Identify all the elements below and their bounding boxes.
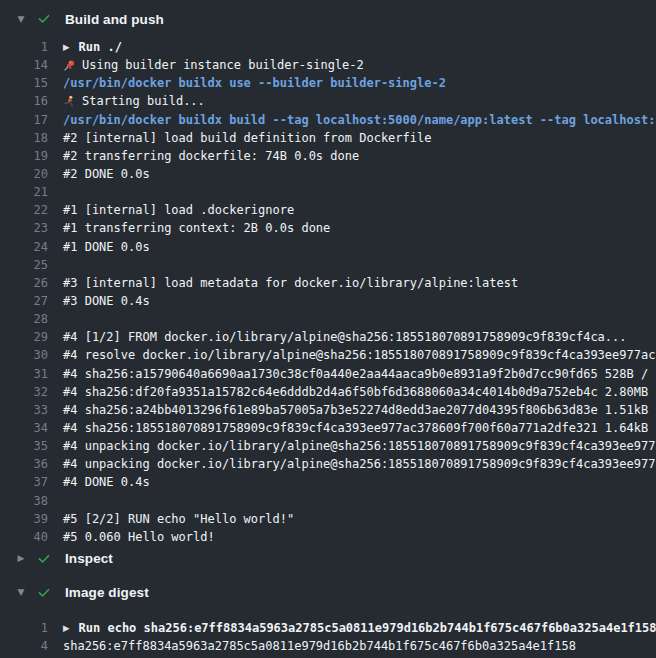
line-number[interactable]: 31 <box>0 367 48 381</box>
log-line: 36#4 unpacking docker.io/library/alpine@… <box>0 455 656 473</box>
log-line: 40#5 0.060 Hello world! <box>0 528 656 546</box>
log-line-text: #2 [internal] load build definition from… <box>63 131 431 145</box>
line-number[interactable]: 22 <box>0 203 48 217</box>
line-number[interactable]: 33 <box>0 403 48 417</box>
log-line: 16Starting build... <box>0 92 656 110</box>
section-header-build-and-push[interactable]: ▼Build and push <box>0 0 656 38</box>
line-number[interactable]: 39 <box>0 512 48 526</box>
disclosure-triangle-icon[interactable]: ▼ <box>15 15 27 24</box>
line-number[interactable]: 40 <box>0 530 48 544</box>
log-line: 32#4 sha256:df20fa9351a15782c64e6dddb2d4… <box>0 383 656 401</box>
line-number[interactable]: 26 <box>0 276 48 290</box>
log-line-content: ▶Run echo sha256:e7ff8834a5963a2785c5a08… <box>63 621 656 635</box>
section-header-inspect[interactable]: ▶Inspect <box>0 546 656 572</box>
log-line-content: #4 sha256:a24bb4013296f61e89ba57005a7b3e… <box>63 403 656 417</box>
line-number[interactable]: 32 <box>0 385 48 399</box>
log-section-inspect: ▶Inspect <box>0 546 656 572</box>
log-line-text: #4 DONE 0.4s <box>63 475 150 489</box>
line-number[interactable]: 20 <box>0 167 48 181</box>
line-number[interactable]: 30 <box>0 348 48 362</box>
log-section-image-digest: ▼Image digest1▶Run echo sha256:e7ff8834a… <box>0 580 656 655</box>
line-number[interactable]: 1 <box>0 40 48 54</box>
section-title: Build and push <box>65 12 164 27</box>
log-line: 27#3 DONE 0.4s <box>0 292 656 310</box>
line-number[interactable]: 15 <box>0 76 48 90</box>
line-number[interactable]: 1 <box>0 621 48 635</box>
log-line: 25 <box>0 256 656 274</box>
line-number[interactable]: 14 <box>0 58 48 72</box>
log-line: 17/usr/bin/docker buildx build --tag loc… <box>0 111 656 129</box>
line-number[interactable]: 27 <box>0 294 48 308</box>
log-line-text: sha256:e7ff8834a5963a2785c5a0811e979d16b… <box>63 639 576 653</box>
log-line-text: #2 DONE 0.0s <box>63 167 150 181</box>
log-line: 20#2 DONE 0.0s <box>0 165 656 183</box>
log-line-content: #3 DONE 0.4s <box>63 294 150 308</box>
section-header-image-digest[interactable]: ▼Image digest <box>0 580 656 606</box>
success-check-icon <box>36 585 52 601</box>
log-line: 15/usr/bin/docker buildx use --builder b… <box>0 74 656 92</box>
log-line-text: #4 sha256:df20fa9351a15782c64e6dddb2d4a6… <box>63 385 656 399</box>
log-line: 4sha256:e7ff8834a5963a2785c5a0811e979d16… <box>0 637 656 655</box>
line-number[interactable]: 24 <box>0 240 48 254</box>
log-line-content: #5 0.060 Hello world! <box>63 530 215 544</box>
line-number[interactable]: 18 <box>0 131 48 145</box>
log-line-text: #4 sha256:a24bb4013296f61e89ba57005a7b3e… <box>63 403 656 417</box>
success-check-icon <box>36 11 52 27</box>
log-line-text: #1 DONE 0.0s <box>63 240 150 254</box>
log-line-text: #1 [internal] load .dockerignore <box>63 203 294 217</box>
log-line-text: #5 [2/2] RUN echo "Hello world!" <box>63 512 294 526</box>
line-number[interactable]: 16 <box>0 94 48 108</box>
section-title: Inspect <box>65 551 113 566</box>
log-line-text: Run ./ <box>79 40 122 54</box>
disclosure-triangle-icon[interactable]: ▼ <box>15 588 27 597</box>
log-line-content: #3 [internal] load metadata for docker.i… <box>63 276 518 290</box>
line-number[interactable]: 38 <box>0 494 48 508</box>
log-line-text: /usr/bin/docker buildx build --tag local… <box>63 113 656 127</box>
group-expand-icon[interactable]: ▶ <box>63 624 70 633</box>
log-line-text: #2 transferring dockerfile: 74B 0.0s don… <box>63 149 359 163</box>
log-line: 23#1 transferring context: 2B 0.0s done <box>0 219 656 237</box>
log-line: 31#4 sha256:a15790640a6690aa1730c38cf0a4… <box>0 365 656 383</box>
line-number[interactable]: 21 <box>0 185 48 199</box>
log-line-content: /usr/bin/docker buildx build --tag local… <box>63 113 656 127</box>
log-line: 14Using builder instance builder-single-… <box>0 56 656 74</box>
line-number[interactable]: 35 <box>0 439 48 453</box>
log-line-text: #1 transferring context: 2B 0.0s done <box>63 221 330 235</box>
line-number[interactable]: 25 <box>0 258 48 272</box>
line-number[interactable]: 37 <box>0 475 48 489</box>
log-line-text: #4 sha256:a15790640a6690aa1730c38cf0a440… <box>63 367 656 381</box>
log-line: 26#3 [internal] load metadata for docker… <box>0 274 656 292</box>
line-number[interactable]: 23 <box>0 221 48 235</box>
log-line-content: #5 [2/2] RUN echo "Hello world!" <box>63 512 294 526</box>
group-expand-icon[interactable]: ▶ <box>63 43 70 52</box>
log-line: 24#1 DONE 0.0s <box>0 238 656 256</box>
log-line-text: #3 [internal] load metadata for docker.i… <box>63 276 518 290</box>
log-line-content: #4 sha256:df20fa9351a15782c64e6dddb2d4a6… <box>63 385 656 399</box>
log-line: 34#4 sha256:185518070891758909c9f839cf4c… <box>0 419 656 437</box>
line-number[interactable]: 4 <box>0 639 48 653</box>
log-line-text: Using builder instance builder-single-2 <box>82 58 364 72</box>
log-line-text: #4 sha256:185518070891758909c9f839cf4ca3… <box>63 421 656 435</box>
log-line-content: /usr/bin/docker buildx use --builder bui… <box>63 76 446 90</box>
log-line: 38 <box>0 492 656 510</box>
line-number[interactable]: 34 <box>0 421 48 435</box>
line-number[interactable]: 19 <box>0 149 48 163</box>
log-line-text: /usr/bin/docker buildx use --builder bui… <box>63 76 446 90</box>
log-line: 19#2 transferring dockerfile: 74B 0.0s d… <box>0 147 656 165</box>
log-line-text: Starting build... <box>82 94 205 108</box>
disclosure-triangle-icon[interactable]: ▶ <box>15 554 27 563</box>
log-line-content: #4 sha256:a15790640a6690aa1730c38cf0a440… <box>63 367 656 381</box>
log-line: 39#5 [2/2] RUN echo "Hello world!" <box>0 510 656 528</box>
line-number[interactable]: 36 <box>0 457 48 471</box>
line-number[interactable]: 28 <box>0 312 48 326</box>
log-line-content: #2 transferring dockerfile: 74B 0.0s don… <box>63 149 359 163</box>
log-line: 33#4 sha256:a24bb4013296f61e89ba57005a7b… <box>0 401 656 419</box>
line-number[interactable]: 29 <box>0 330 48 344</box>
log-line-text: Run echo sha256:e7ff8834a5963a2785c5a081… <box>79 621 656 635</box>
actions-log-viewer: ▼Build and push1▶Run ./14Using builder i… <box>0 0 656 658</box>
log-line-content: Using builder instance builder-single-2 <box>63 58 364 72</box>
log-line-content: sha256:e7ff8834a5963a2785c5a0811e979d16b… <box>63 639 576 653</box>
line-number[interactable]: 17 <box>0 113 48 127</box>
log-line-content: Starting build... <box>63 94 205 108</box>
log-lines: 1▶Run ./14Using builder instance builder… <box>0 38 656 546</box>
